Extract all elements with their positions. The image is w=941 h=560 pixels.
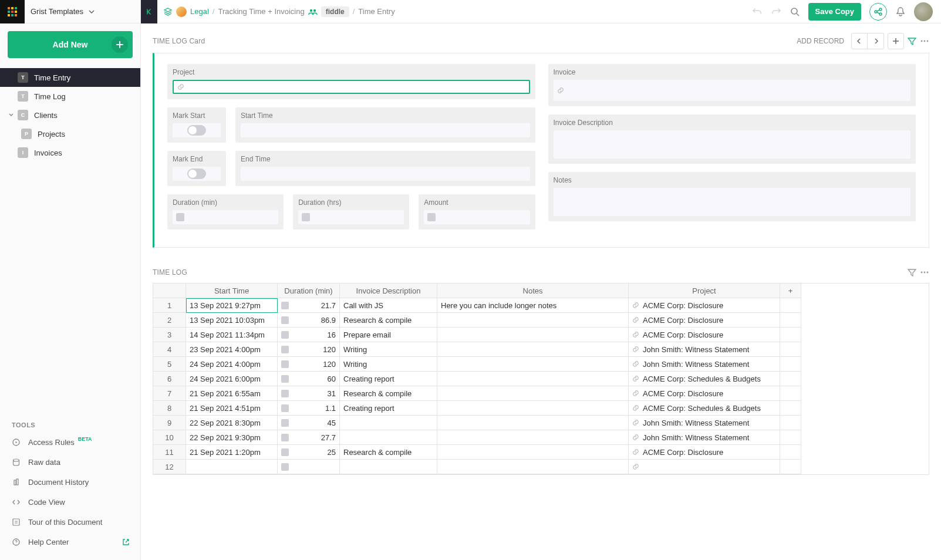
section-menu-icon[interactable]: [920, 36, 929, 46]
cell-notes[interactable]: [437, 313, 629, 328]
add-column-button[interactable]: +: [780, 284, 801, 298]
cell-description[interactable]: Writing: [340, 357, 437, 372]
sidebar-item-projects[interactable]: PProjects: [0, 124, 140, 143]
cell-project[interactable]: ACME Corp: Schedules & Budgets: [629, 401, 780, 416]
cell-duration[interactable]: 60: [278, 372, 340, 386]
cell-start-time[interactable]: 24 Sep 2021 6:00pm: [186, 372, 278, 386]
row-number[interactable]: 12: [153, 460, 186, 474]
org-dropdown[interactable]: Grist Templates: [25, 7, 140, 16]
col-header[interactable]: Duration (min): [278, 284, 340, 298]
cell-description[interactable]: Prepare email: [340, 328, 437, 342]
table-row[interactable]: 423 Sep 2021 4:00pm120WritingJohn Smith:…: [153, 342, 929, 357]
cell-project[interactable]: ACME Corp: Schedules & Budgets: [629, 372, 780, 386]
cell-description[interactable]: Research & compile: [340, 386, 437, 401]
cell-duration[interactable]: 120: [278, 342, 340, 357]
add-record-plus-button[interactable]: [888, 33, 904, 49]
row-number[interactable]: 8: [153, 401, 186, 416]
row-number[interactable]: 3: [153, 328, 186, 342]
cell-project[interactable]: ACME Corp: Disclosure: [629, 298, 780, 313]
filter-icon[interactable]: [908, 37, 916, 46]
cell-project[interactable]: John Smith: Witness Statement: [629, 430, 780, 445]
row-number[interactable]: 6: [153, 372, 186, 386]
field-invoice[interactable]: Invoice: [548, 64, 916, 106]
row-number[interactable]: 2: [153, 313, 186, 328]
cell-project[interactable]: ACME Corp: Disclosure: [629, 328, 780, 342]
sidebar-item-time-log[interactable]: TTime Log: [0, 87, 140, 106]
field-duration-hrs[interactable]: Duration (hrs): [293, 194, 409, 230]
table-row[interactable]: 524 Sep 2021 4:00pm120WritingJohn Smith:…: [153, 357, 929, 372]
user-avatar[interactable]: [914, 2, 933, 21]
cell-duration[interactable]: 45: [278, 416, 340, 430]
cell-start-time[interactable]: 13 Sep 2021 9:27pm: [186, 298, 278, 313]
prev-record-button[interactable]: [851, 33, 868, 49]
cell-description[interactable]: Writing: [340, 342, 437, 357]
cell-project[interactable]: ACME Corp: Disclosure: [629, 386, 780, 401]
cell-duration[interactable]: [278, 460, 340, 474]
cell-duration[interactable]: 21.7: [278, 298, 340, 313]
cell-duration[interactable]: 120: [278, 357, 340, 372]
tool-document-history[interactable]: Document History: [0, 472, 140, 492]
cell-duration[interactable]: 86.9: [278, 313, 340, 328]
table-row[interactable]: 922 Sep 2021 8:30pm45John Smith: Witness…: [153, 416, 929, 430]
next-record-button[interactable]: [868, 33, 884, 49]
cell-description[interactable]: [340, 416, 437, 430]
cell-duration[interactable]: 16: [278, 328, 340, 342]
row-number[interactable]: 1: [153, 298, 186, 313]
cell-description[interactable]: [340, 430, 437, 445]
cell-description[interactable]: [340, 460, 437, 474]
cell-start-time[interactable]: 14 Sep 2021 11:34pm: [186, 328, 278, 342]
cell-start-time[interactable]: 21 Sep 2021 6:55am: [186, 386, 278, 401]
cell-notes[interactable]: Here you can include longer notes: [437, 298, 629, 313]
filter-icon[interactable]: [908, 268, 916, 277]
add-new-button[interactable]: Add New: [8, 31, 133, 58]
row-number[interactable]: 4: [153, 342, 186, 357]
cell-duration[interactable]: 1.1: [278, 401, 340, 416]
cell-notes[interactable]: [437, 430, 629, 445]
row-number[interactable]: 9: [153, 416, 186, 430]
field-amount[interactable]: Amount: [419, 194, 535, 230]
cell-notes[interactable]: [437, 460, 629, 474]
row-number[interactable]: 7: [153, 386, 186, 401]
cell-start-time[interactable]: 22 Sep 2021 8:30pm: [186, 416, 278, 430]
cell-duration[interactable]: 25: [278, 445, 340, 460]
cell-notes[interactable]: [437, 445, 629, 460]
cell-start-time[interactable]: 24 Sep 2021 4:00pm: [186, 357, 278, 372]
cell-notes[interactable]: [437, 372, 629, 386]
table-row[interactable]: 12: [153, 460, 929, 474]
toggle-icon[interactable]: [187, 168, 206, 179]
share-button[interactable]: [869, 3, 887, 21]
search-icon[interactable]: [790, 6, 800, 17]
sidebar-item-invoices[interactable]: IInvoices: [0, 143, 140, 162]
cell-notes[interactable]: [437, 386, 629, 401]
table-row[interactable]: 1022 Sep 2021 9:30pm27.7John Smith: Witn…: [153, 430, 929, 445]
tool-help-center[interactable]: Help Center: [0, 532, 140, 552]
cell-notes[interactable]: [437, 357, 629, 372]
cell-description[interactable]: Creating report: [340, 372, 437, 386]
row-number[interactable]: 5: [153, 357, 186, 372]
cell-description[interactable]: Research & compile: [340, 313, 437, 328]
table-row[interactable]: 213 Sep 2021 10:03pm86.9Research & compi…: [153, 313, 929, 328]
cell-start-time[interactable]: 22 Sep 2021 9:30pm: [186, 430, 278, 445]
save-copy-button[interactable]: Save Copy: [808, 3, 861, 21]
tool-tour-of-this-document[interactable]: Tour of this Document: [0, 512, 140, 532]
cell-description[interactable]: Creating report: [340, 401, 437, 416]
field-invoice-description[interactable]: Invoice Description: [548, 114, 916, 164]
cell-project[interactable]: [629, 460, 780, 474]
cell-start-time[interactable]: 21 Sep 2021 1:20pm: [186, 445, 278, 460]
cell-project[interactable]: John Smith: Witness Statement: [629, 357, 780, 372]
section-menu-icon[interactable]: [920, 268, 929, 277]
cell-notes[interactable]: [437, 401, 629, 416]
table-row[interactable]: 1121 Sep 2021 1:20pm25Research & compile…: [153, 445, 929, 460]
field-notes[interactable]: Notes: [548, 172, 916, 221]
cell-duration[interactable]: 27.7: [278, 430, 340, 445]
tool-access-rules[interactable]: Access RulesBETA: [0, 432, 140, 452]
cell-project[interactable]: John Smith: Witness Statement: [629, 416, 780, 430]
cell-notes[interactable]: [437, 416, 629, 430]
cell-project[interactable]: ACME Corp: Disclosure: [629, 313, 780, 328]
cell-description[interactable]: Call with JS: [340, 298, 437, 313]
cell-project[interactable]: ACME Corp: Disclosure: [629, 445, 780, 460]
col-header[interactable]: Project: [629, 284, 780, 298]
field-mark-end[interactable]: Mark End: [167, 151, 226, 186]
cell-start-time[interactable]: 13 Sep 2021 10:03pm: [186, 313, 278, 328]
table-row[interactable]: 821 Sep 2021 4:51pm1.1Creating reportACM…: [153, 401, 929, 416]
